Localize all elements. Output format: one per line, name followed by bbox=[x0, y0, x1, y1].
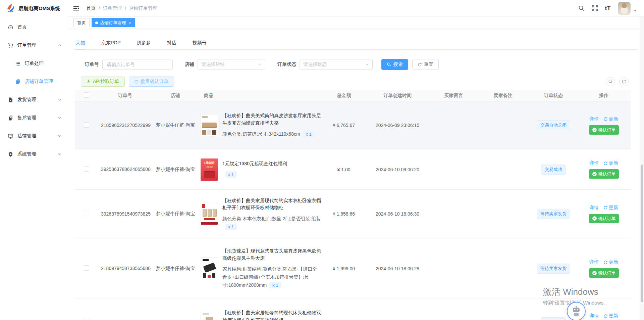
sidebar-item-shop-order-management[interactable]: 店铺订单管理 bbox=[0, 73, 68, 91]
product-spec: x 1 bbox=[222, 171, 321, 179]
tag-首页[interactable]: 首页 bbox=[73, 18, 90, 27]
update-link[interactable]: 更新 bbox=[603, 205, 618, 211]
buyer-message bbox=[431, 212, 476, 216]
seller-note bbox=[476, 123, 530, 127]
chevron-down-icon bbox=[258, 62, 262, 66]
sidebar-item-system-management[interactable]: 系统管理 bbox=[0, 145, 68, 163]
table-row: 21695163267564979 梦小妮牛仔裤-淘宝 【狂欢价】曲美家居轻奢简… bbox=[75, 299, 631, 320]
chevron-down-icon bbox=[58, 98, 62, 102]
platform-tab-天猫[interactable]: 天猫 bbox=[75, 36, 86, 49]
order-status-select[interactable]: 请选择状态 bbox=[300, 59, 373, 70]
sidebar-item-home[interactable]: 首页 bbox=[0, 18, 68, 36]
detail-link[interactable]: 详情 bbox=[589, 116, 599, 122]
avatar-caret-icon[interactable]: ▾ bbox=[634, 9, 636, 12]
platform-tabs: 天猫 京东POP 拼多多 抖店 视频号 bbox=[75, 36, 637, 50]
breadcrumb-home[interactable]: 首页 bbox=[86, 5, 96, 11]
breadcrumb-order-management[interactable]: 订单管理 bbox=[103, 5, 122, 11]
sailboat-logo-icon bbox=[5, 3, 15, 13]
tag-label: 首页 bbox=[77, 20, 86, 26]
batch-confirm-orders-button[interactable]: 批量确认订单 bbox=[129, 77, 174, 87]
main-area: 首页 / 订单管理 / 店铺订单管理 tT bbox=[68, 0, 644, 320]
font-size-icon[interactable]: tT bbox=[605, 5, 611, 11]
detail-link[interactable]: 详情 bbox=[589, 205, 599, 211]
collapse-sidebar-icon[interactable] bbox=[73, 5, 79, 12]
update-link[interactable]: 更新 bbox=[603, 160, 618, 166]
chevron-down-icon bbox=[58, 116, 62, 120]
detail-link[interactable]: 详情 bbox=[589, 313, 599, 319]
order-amount: ¥ 1,858.66 bbox=[324, 209, 364, 219]
shop-select[interactable]: 请选择店铺 bbox=[198, 59, 265, 70]
confirm-order-button[interactable]: 确认订单 bbox=[589, 125, 619, 135]
confirm-order-button[interactable]: 确认订单 bbox=[589, 268, 619, 278]
dashboard-icon bbox=[7, 24, 13, 30]
order-amount: ¥ 1,999.00 bbox=[324, 264, 364, 273]
order-number: 2186979458733565686 bbox=[98, 262, 152, 275]
shop-select-placeholder: 请选择店铺 bbox=[201, 61, 225, 67]
row-checkbox[interactable] bbox=[84, 122, 89, 128]
platform-tab-视频号[interactable]: 视频号 bbox=[192, 36, 208, 49]
tag-店铺订单管理[interactable]: 店铺订单管理 × bbox=[92, 18, 135, 27]
reset-button[interactable]: 重置 bbox=[412, 59, 439, 70]
cart-icon bbox=[7, 42, 13, 48]
confirm-order-button[interactable]: 确认订单 bbox=[589, 214, 619, 223]
order-created-time: 2024-05-27 15:05:54 bbox=[364, 318, 431, 320]
chevron-down-icon bbox=[58, 152, 62, 156]
tag-label: 店铺订单管理 bbox=[100, 20, 126, 26]
platform-tab-拼多多[interactable]: 拼多多 bbox=[136, 36, 152, 49]
order-number: 21695163267564979 bbox=[98, 316, 152, 320]
update-link[interactable]: 更新 bbox=[603, 259, 618, 265]
app-title: 启航电商OMS系统 bbox=[18, 5, 60, 12]
update-link[interactable]: 更新 bbox=[603, 313, 618, 319]
sidebar-item-label: 订单处理 bbox=[25, 60, 44, 66]
sidebar-item-aftersale-management[interactable]: 售后管理 bbox=[0, 109, 68, 127]
update-link[interactable]: 更新 bbox=[603, 116, 618, 122]
sidebar-item-label: 首页 bbox=[17, 24, 27, 30]
detail-link[interactable]: 详情 bbox=[589, 259, 599, 265]
copy-icon bbox=[7, 115, 13, 121]
product-thumbnail bbox=[201, 311, 218, 320]
avatar[interactable] bbox=[618, 2, 631, 15]
app-root: 启航电商OMS系统 首页 订单管理 订单处理 店铺订单管理 发货管理 售后管理 … bbox=[0, 0, 644, 320]
table-row: 3926378991540973825 梦小妮牛仔裤-淘宝 【狂欢价】曲美家居现… bbox=[75, 190, 631, 238]
assistant-robot-button[interactable] bbox=[567, 302, 586, 320]
shop-name: 梦小妮牛仔裤-淘宝 bbox=[152, 209, 199, 219]
product-spec: 颜色分类:奶茶棕;尺寸:342x110x68cmx 1 bbox=[222, 130, 321, 138]
sidebar-item-shop-management[interactable]: 店铺管理 bbox=[0, 127, 68, 145]
select-all-checkbox[interactable] bbox=[84, 92, 89, 98]
platform-tab-京东POP[interactable]: 京东POP bbox=[100, 36, 122, 49]
order-amount: ¥ 1.00 bbox=[324, 165, 364, 174]
api-pull-orders-button[interactable]: API拉取订单 bbox=[81, 77, 125, 87]
order-status-label: 订单状态 bbox=[277, 61, 296, 67]
confirm-order-button[interactable]: 确认订单 bbox=[589, 169, 619, 179]
sidebar-item-shipping-management[interactable]: 发货管理 bbox=[0, 91, 68, 109]
table-refresh-icon[interactable] bbox=[619, 77, 629, 86]
search-button[interactable]: 搜索 bbox=[381, 59, 408, 70]
list-icon bbox=[15, 60, 21, 66]
order-number: 3925363788624065608 bbox=[98, 163, 152, 176]
fullscreen-icon[interactable] bbox=[592, 5, 598, 11]
table-search-icon[interactable] bbox=[606, 77, 615, 86]
gear-icon bbox=[7, 151, 13, 157]
active-dot bbox=[95, 21, 98, 24]
scrollbar-thumb[interactable] bbox=[641, 165, 643, 302]
sidebar-item-label: 发货管理 bbox=[17, 97, 36, 103]
row-checkbox[interactable] bbox=[84, 265, 89, 271]
order-created-time: 2024-06-10 18:06:30 bbox=[364, 209, 431, 219]
status-badge: 等待卖家发货 bbox=[537, 209, 570, 219]
quantity-badge: x 1 bbox=[225, 224, 237, 230]
search-icon[interactable] bbox=[578, 5, 585, 11]
detail-link[interactable]: 详情 bbox=[589, 160, 599, 166]
sidebar-item-order-processing[interactable]: 订单处理 bbox=[0, 54, 68, 73]
shop-name: 梦小妮牛仔裤-淘宝 bbox=[152, 264, 199, 274]
buyer-message bbox=[431, 123, 476, 127]
row-checkbox[interactable] bbox=[84, 166, 89, 172]
order-number: 3926378991540973825 bbox=[98, 208, 152, 221]
status-badge: 等待卖家发货 bbox=[537, 264, 570, 274]
platform-tab-抖店[interactable]: 抖店 bbox=[166, 36, 177, 49]
vertical-scrollbar[interactable] bbox=[640, 17, 644, 320]
sidebar-item-order-management[interactable]: 订单管理 bbox=[0, 36, 68, 54]
row-checkbox[interactable] bbox=[84, 211, 89, 216]
close-icon[interactable]: × bbox=[129, 20, 131, 25]
order-no-input[interactable] bbox=[102, 59, 173, 70]
buyer-message bbox=[431, 168, 476, 172]
